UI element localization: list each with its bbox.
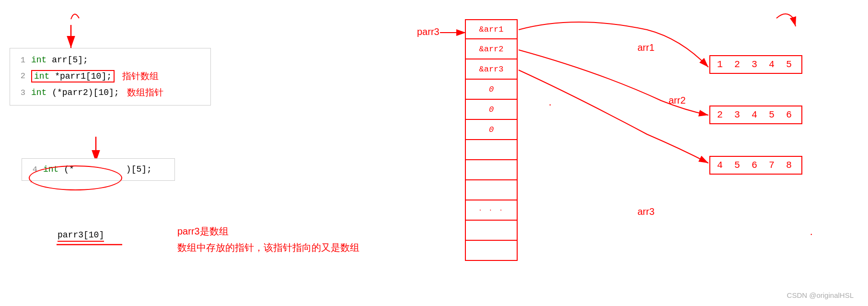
- annotation-array-pointer: 数组指针: [127, 85, 163, 100]
- watermark: CSDN @originalHSL: [787, 291, 854, 299]
- parr3-stack-label: parr3: [417, 26, 440, 37]
- code-content-2: int *parr1[10];: [31, 70, 115, 83]
- arr1-box: 1 2 3 4 5: [709, 55, 802, 74]
- line-number-3: 3: [14, 86, 25, 99]
- line-number-2: 2: [14, 70, 25, 82]
- arr3-label: arr3: [637, 206, 655, 217]
- keyword-int-3: int: [31, 88, 46, 97]
- highlight-parr1: int *parr1[10];: [31, 70, 115, 82]
- page-container: . . 1 int arr[5]; 2 int *parr1[10]; 指针数: [0, 0, 868, 306]
- stack-cell-0a: 0: [465, 80, 518, 100]
- arr2-label: arr2: [669, 95, 686, 106]
- stack-cell-arr3: &arr3: [465, 59, 518, 80]
- stack-cell-arr2: &arr2: [465, 39, 518, 59]
- annotation-pointer-array: 指针数组: [122, 69, 159, 83]
- code-line-3: 3 int (*parr2)[10]; 数组指针: [10, 84, 210, 101]
- stack-cell-0c: 0: [465, 120, 518, 140]
- parr3-label: parr3[10]: [58, 230, 104, 242]
- stack-cell-arr1: &arr1: [465, 19, 518, 39]
- desc-line-2: 数组中存放的指针，该指针指向的又是数组: [177, 239, 359, 256]
- stack-cell-empty-1: [465, 140, 518, 160]
- stack-cell-0b: 0: [465, 100, 518, 120]
- arr2-box: 2 3 4 5 6: [709, 106, 802, 124]
- svg-line-3: [793, 18, 796, 26]
- keyword-int-1: int: [31, 55, 46, 65]
- stack-cell-empty-2: [465, 160, 518, 180]
- line-number-1: 1: [14, 54, 25, 67]
- arr3-box: 4 5 6 7 8: [709, 156, 802, 175]
- code-block-main: 1 int arr[5]; 2 int *parr1[10]; 指针数组 3 i…: [10, 48, 211, 106]
- arr1-label: arr1: [637, 42, 655, 53]
- code-content-3: int (*parr2)[10];: [31, 86, 119, 100]
- stack-cell-empty-5: [465, 241, 518, 261]
- stack-cell-dot1: · · ·: [465, 200, 518, 221]
- desc-line-1: parr3是数组: [177, 223, 359, 239]
- stack-cell-empty-3: [465, 180, 518, 200]
- stack-cell-empty-4: [465, 221, 518, 241]
- red-oval-decoration: [29, 165, 122, 190]
- svg-text:.: .: [549, 96, 552, 108]
- svg-text:.: .: [810, 225, 813, 237]
- keyword-int-2: int: [34, 71, 49, 81]
- arrows-overlay: . .: [0, 0, 868, 306]
- description-text: parr3是数组 数组中存放的指针，该指针指向的又是数组: [177, 223, 359, 256]
- memory-stack: &arr1 &arr2 &arr3 0 0 0 · · ·: [465, 19, 518, 261]
- code-content-1: int arr[5];: [31, 53, 88, 67]
- code-line-2: 2 int *parr1[10]; 指针数组: [10, 68, 210, 84]
- code-line-1: 1 int arr[5];: [10, 52, 210, 68]
